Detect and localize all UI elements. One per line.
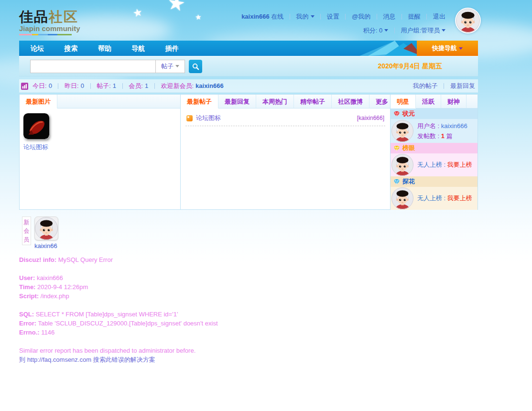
user-avatar[interactable] xyxy=(455,8,481,33)
search-scope-label: 帖子 xyxy=(161,63,174,70)
error-script-value: /index.php xyxy=(41,292,69,300)
user-toolbar-row2: 积分: 0 用户组:管理员 xyxy=(241,26,445,35)
alerts-link[interactable]: 提醒 xyxy=(408,13,421,20)
champion-header: 状元 xyxy=(391,108,478,119)
nav-item-forum[interactable]: 论坛 xyxy=(24,41,51,56)
third-place-body: 无人上榜 : 我要上榜 xyxy=(391,187,478,210)
post-author-link[interactable]: [kaixin666] xyxy=(357,115,384,121)
divider xyxy=(290,14,290,20)
today-label: 今日: xyxy=(33,82,47,89)
error-sql-line: SQL: SELECT * FROM [Table]dps_signset WH… xyxy=(19,310,478,319)
badge-char: 会 xyxy=(22,227,31,235)
site-title: 佳品社区 xyxy=(19,10,80,24)
faq-link[interactable]: http://faq.comsenz.com xyxy=(27,356,91,363)
new-member-name-link[interactable]: kaixin66 xyxy=(34,242,58,249)
faq-prefix: 到 xyxy=(19,356,25,363)
chevron-down-icon xyxy=(175,65,179,67)
tab-active-members[interactable]: 活跃 xyxy=(416,95,441,108)
user-toolbar: kaixin666 在线 我的 设置 @我的 消息 提醒 退出 积分: 0 用户… xyxy=(241,12,445,35)
error-message-line: Error: Table 'SCLUB_DISCUZ_129000.[Table… xyxy=(19,319,478,328)
tab-latest-posts[interactable]: 最新帖子 xyxy=(181,95,218,108)
nav-item-help[interactable]: 帮助 xyxy=(91,41,118,56)
new-member-avatar[interactable] xyxy=(34,216,58,240)
ranking-tabs: 明星 活跃 财神 xyxy=(391,95,478,108)
chevron-down-icon xyxy=(311,15,315,18)
rank-me-link[interactable]: 我要上榜 xyxy=(447,161,472,168)
new-member-link[interactable]: kaixin666 xyxy=(194,82,224,89)
latest-replies-link[interactable]: 最新回复 xyxy=(450,82,475,89)
champion-posts-value[interactable]: 1 xyxy=(441,132,445,140)
error-user-value: kaixin666 xyxy=(37,274,63,281)
nav-item-navigation[interactable]: 导航 xyxy=(125,41,152,56)
faq-suffix: 搜索此错误的解决方案 xyxy=(93,356,155,363)
fish-image xyxy=(23,113,49,139)
divider xyxy=(377,14,377,20)
at-me-link[interactable]: @我的 xyxy=(352,13,370,20)
tab-wealth-members[interactable]: 财神 xyxy=(441,95,467,108)
quick-nav-button[interactable]: 快捷导航 xyxy=(417,41,478,56)
settings-link[interactable]: 设置 xyxy=(327,13,339,20)
spacer xyxy=(19,264,478,273)
champion-avatar[interactable] xyxy=(391,120,413,142)
credits-link[interactable]: 积分: 0 xyxy=(363,27,382,34)
latest-posts-tabs: 最新帖子 最新回复 本周热门 精华帖子 社区微博 更多 xyxy=(181,95,390,108)
champion-info: 用户名 : kaixin666 发帖数 : 1 篇 xyxy=(417,121,467,141)
post-list-item: 论坛图标 [kaixin666] xyxy=(185,113,385,126)
username-link[interactable]: kaixin666 xyxy=(241,13,270,20)
quick-nav-label: 快捷导航 xyxy=(432,44,457,52)
forum-image-thumbnail[interactable] xyxy=(23,113,49,139)
post-title-link[interactable]: 论坛图标 xyxy=(196,114,221,122)
error-time-value: 2020-9-4 12:26pm xyxy=(37,283,88,291)
site-title-secondary: 社区 xyxy=(49,9,78,24)
chevron-down-icon xyxy=(384,29,388,32)
tab-weekly-hot[interactable]: 本周热门 xyxy=(256,95,294,108)
user-toolbar-row1: kaixin666 在线 我的 设置 @我的 消息 提醒 退出 xyxy=(241,12,445,21)
messages-link[interactable]: 消息 xyxy=(383,13,396,20)
divider xyxy=(154,83,155,89)
search-button[interactable] xyxy=(189,60,202,73)
new-post-icon xyxy=(186,115,193,121)
runner-up-section: 榜眼 无人上榜 : 我要上榜 xyxy=(391,143,478,176)
my-menu-link[interactable]: 我的 xyxy=(296,13,309,20)
champion-username-value[interactable]: kaixin666 xyxy=(441,122,467,130)
latest-images-panel: 最新图片 论坛图标 xyxy=(19,94,181,210)
site-title-primary: 佳品 xyxy=(19,9,49,24)
tab-star-members[interactable]: 明星 xyxy=(391,95,416,108)
site-header: 佳品社区 Jiapin community kaixin666 在线 我的 设置… xyxy=(19,0,478,41)
nav-item-plugins[interactable]: 插件 xyxy=(159,41,185,56)
divider xyxy=(444,83,444,89)
my-posts-link[interactable]: 我的帖子 xyxy=(413,82,438,89)
error-sql-label: SQL: xyxy=(19,311,34,318)
search-input[interactable] xyxy=(30,60,155,73)
champion-body: 用户名 : kaixin666 发帖数 : 1 篇 xyxy=(391,119,478,143)
current-date: 2020年9月4日 星期五 xyxy=(378,62,442,71)
no-one-label: 无人上榜 : xyxy=(417,195,445,202)
logout-link[interactable]: 退出 xyxy=(433,13,445,20)
search-icon xyxy=(192,63,199,70)
divider xyxy=(394,28,395,33)
error-errno-line: Errno.: 1146 xyxy=(19,328,478,337)
champion-posts-unit: 篇 xyxy=(446,132,453,140)
error-errno-value: 1146 xyxy=(41,329,54,336)
nav-item-search[interactable]: 搜索 xyxy=(57,41,84,56)
site-logo[interactable]: 佳品社区 Jiapin community xyxy=(19,10,80,35)
runner-up-title: 榜眼 xyxy=(402,144,415,152)
usergroup-link[interactable]: 用户组:管理员 xyxy=(401,27,440,34)
error-script-line: Script: /index.php xyxy=(19,292,478,301)
avatar-boy-icon xyxy=(456,9,480,32)
tab-latest-images[interactable]: 最新图片 xyxy=(20,95,57,108)
rank-me-link[interactable]: 我要上榜 xyxy=(447,195,472,202)
tab-latest-replies[interactable]: 最新回复 xyxy=(218,95,256,108)
site-subtitle: Jiapin community xyxy=(19,24,80,32)
badge-char: 员 xyxy=(22,235,31,244)
image-caption-link[interactable]: 论坛图标 xyxy=(23,143,176,151)
search-bar: 帖子 2020年9月4日 星期五 xyxy=(19,56,478,76)
champion-posts-label: 发帖数 : xyxy=(417,132,439,140)
tab-community-weibo[interactable]: 社区微博 xyxy=(332,95,369,108)
spacer xyxy=(19,301,478,310)
tab-digest-posts[interactable]: 精华帖子 xyxy=(294,95,332,108)
divider xyxy=(122,83,123,89)
error-sql-value: SELECT * FROM [Table]dps_signset WHERE i… xyxy=(36,311,178,318)
page-wrapper: 佳品社区 Jiapin community kaixin666 在线 我的 设置… xyxy=(19,0,478,364)
search-scope-select[interactable]: 帖子 xyxy=(155,60,185,73)
